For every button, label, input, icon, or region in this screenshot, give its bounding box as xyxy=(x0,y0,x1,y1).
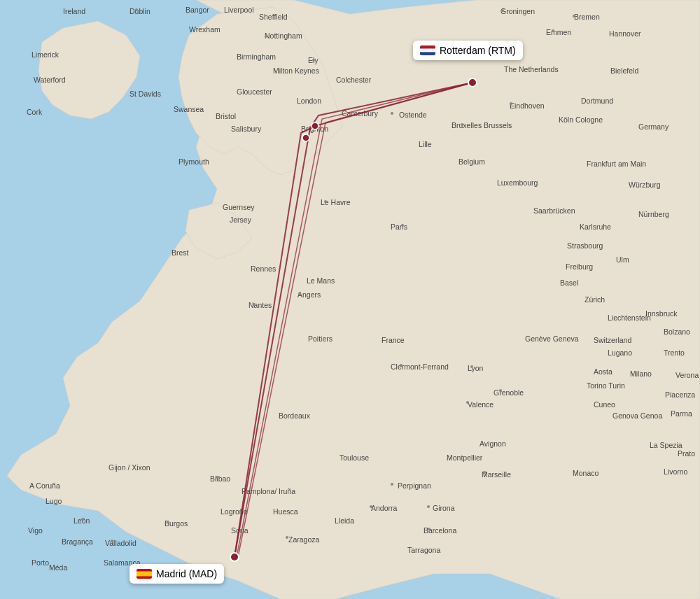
svg-point-120 xyxy=(401,224,404,227)
svg-text:Logroño: Logroño xyxy=(220,507,248,516)
svg-text:A Coruña: A Coruña xyxy=(29,481,60,490)
svg-text:Porto: Porto xyxy=(31,558,49,567)
svg-text:The Netherlands: The Netherlands xyxy=(504,65,559,73)
svg-point-128 xyxy=(483,471,486,474)
svg-text:Genova Genoa: Genova Genoa xyxy=(612,411,662,420)
svg-text:Dortmund: Dortmund xyxy=(581,97,613,105)
svg-text:Livorno: Livorno xyxy=(664,467,688,476)
svg-point-134 xyxy=(286,536,288,539)
svg-text:Avignon: Avignon xyxy=(479,439,506,448)
svg-text:Pamplona/ Iruña: Pamplona/ Iruña xyxy=(241,487,295,495)
svg-text:Poitiers: Poitiers xyxy=(308,334,332,343)
svg-text:Köln Cologne: Köln Cologne xyxy=(559,115,603,124)
svg-text:Karlsruhe: Karlsruhe xyxy=(580,223,611,231)
svg-text:Torino Turin: Torino Turin xyxy=(587,381,625,390)
svg-text:Bielefeld: Bielefeld xyxy=(610,66,638,75)
svg-text:Genève Geneva: Genève Geneva xyxy=(525,334,579,343)
svg-text:France: France xyxy=(382,336,405,344)
svg-point-130 xyxy=(216,476,218,479)
svg-text:Zürich: Zürich xyxy=(584,295,605,304)
svg-point-113 xyxy=(312,59,315,62)
map-background: Ireland Dublin Bangor Liverpool Sheffiel… xyxy=(0,0,700,599)
svg-point-132 xyxy=(427,505,430,508)
svg-text:Burgos: Burgos xyxy=(164,519,188,528)
svg-text:Montpellier: Montpellier xyxy=(447,453,483,462)
svg-point-119 xyxy=(510,102,512,105)
svg-text:Waterford: Waterford xyxy=(34,76,66,84)
svg-text:Le Mans: Le Mans xyxy=(307,276,335,285)
svg-text:Valence: Valence xyxy=(468,400,493,409)
map-container: Ireland Dublin Bangor Liverpool Sheffiel… xyxy=(0,0,700,599)
svg-text:Trento: Trento xyxy=(664,348,685,357)
svg-text:Méda: Méda xyxy=(49,563,67,572)
svg-text:Grenoble: Grenoble xyxy=(493,388,524,397)
svg-text:Canterbury: Canterbury xyxy=(342,109,379,118)
svg-text:Parma: Parma xyxy=(671,409,692,418)
svg-text:Ireland: Ireland xyxy=(63,7,85,15)
svg-point-137 xyxy=(111,540,113,542)
svg-text:Limerick: Limerick xyxy=(31,50,59,59)
svg-text:Emmen: Emmen xyxy=(546,28,571,36)
svg-text:Bolzano: Bolzano xyxy=(664,327,690,336)
svg-text:Belgium: Belgium xyxy=(458,157,485,166)
svg-text:Plymouth: Plymouth xyxy=(178,157,209,166)
svg-rect-142 xyxy=(420,52,435,55)
svg-rect-144 xyxy=(136,572,152,577)
svg-text:Bremen: Bremen xyxy=(574,13,600,21)
svg-text:Toulouse: Toulouse xyxy=(340,453,369,462)
svg-text:London: London xyxy=(297,97,321,105)
netherlands-flag xyxy=(420,45,435,55)
svg-text:Piacenza: Piacenza xyxy=(665,390,695,399)
svg-text:Lyon: Lyon xyxy=(468,364,484,372)
svg-text:Vigo: Vigo xyxy=(28,526,43,535)
svg-rect-140 xyxy=(420,45,435,49)
svg-text:Aosta: Aosta xyxy=(594,367,612,376)
svg-text:Wrexham: Wrexham xyxy=(189,25,220,34)
svg-text:La Spezia: La Spezia xyxy=(650,441,682,449)
svg-text:Eindhoven: Eindhoven xyxy=(510,101,545,110)
rotterdam-label-text: Rotterdam (RTM) xyxy=(440,45,516,56)
svg-text:Basel: Basel xyxy=(560,279,578,287)
svg-text:Dublin: Dublin xyxy=(130,7,150,15)
svg-text:Bristol: Bristol xyxy=(216,112,236,120)
svg-text:Gloucester: Gloucester xyxy=(237,87,272,96)
svg-text:Clermont-Ferrand: Clermont-Ferrand xyxy=(391,362,449,371)
svg-text:Ulm: Ulm xyxy=(616,255,629,264)
svg-text:León: León xyxy=(74,516,90,525)
svg-text:Saarbrücken: Saarbrücken xyxy=(533,206,575,215)
svg-text:Birmingham: Birmingham xyxy=(237,52,276,61)
svg-point-127 xyxy=(466,401,469,404)
svg-text:Bruxelles Brussels: Bruxelles Brussels xyxy=(451,121,512,129)
svg-text:Liechtenstein: Liechtenstein xyxy=(608,313,651,322)
svg-text:Brighton: Brighton xyxy=(301,125,328,133)
svg-point-115 xyxy=(573,15,575,17)
svg-point-133 xyxy=(428,528,430,530)
svg-text:Milton Keynes: Milton Keynes xyxy=(273,66,319,75)
svg-point-118 xyxy=(461,123,463,126)
svg-text:Bordeaux: Bordeaux xyxy=(279,411,311,420)
svg-text:Lille: Lille xyxy=(419,140,432,148)
svg-text:Cork: Cork xyxy=(27,108,43,116)
svg-text:Verona: Verona xyxy=(676,371,699,379)
svg-text:Würzburg: Würzburg xyxy=(629,181,661,189)
svg-text:Tarragona: Tarragona xyxy=(407,546,440,554)
svg-text:Liverpool: Liverpool xyxy=(224,6,254,14)
svg-text:Nottingham: Nottingham xyxy=(265,31,302,40)
svg-text:Guernsey: Guernsey xyxy=(223,203,255,211)
svg-text:Nantes: Nantes xyxy=(248,301,272,309)
svg-text:Jersey: Jersey xyxy=(230,216,252,224)
svg-point-131 xyxy=(370,505,372,508)
svg-text:Frankfurt am Main: Frankfurt am Main xyxy=(587,160,646,168)
svg-text:Luxembourg: Luxembourg xyxy=(497,178,538,187)
svg-point-129 xyxy=(391,483,393,486)
svg-point-135 xyxy=(167,521,169,523)
svg-text:Switzerland: Switzerland xyxy=(594,336,631,344)
svg-text:Sheffield: Sheffield xyxy=(259,13,288,21)
svg-text:Valladolid: Valladolid xyxy=(105,539,136,547)
svg-point-136 xyxy=(81,518,84,521)
svg-text:Brest: Brest xyxy=(172,248,189,257)
svg-text:Zaragoza: Zaragoza xyxy=(288,535,320,544)
svg-text:Swansea: Swansea xyxy=(174,105,204,113)
svg-text:Prato: Prato xyxy=(678,449,695,458)
svg-text:Lugo: Lugo xyxy=(46,497,62,505)
